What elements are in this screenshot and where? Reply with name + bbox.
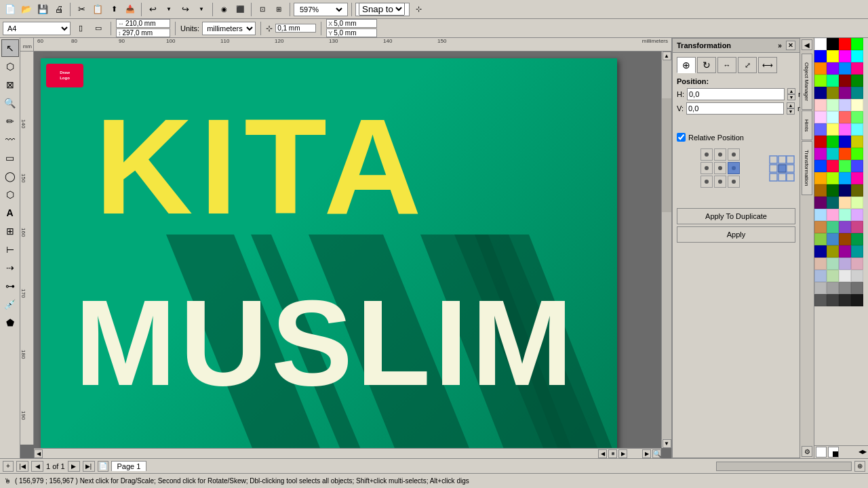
color-swatch-69[interactable] [827,245,839,258]
h-scroll-bar[interactable] [716,462,852,471]
color-swatch-67[interactable] [851,233,863,245]
color-swatch-48[interactable] [814,184,827,197]
pos-cell-bl[interactable] [701,176,713,188]
color-swatch-60[interactable] [814,221,827,233]
color-swatch-64[interactable] [814,233,827,245]
color-swatch-83[interactable] [851,282,863,294]
pos-cell-ml[interactable] [701,162,713,174]
color-swatch-0[interactable] [814,38,827,50]
color-swatch-46[interactable] [839,172,851,184]
text-tool[interactable]: A [1,204,19,222]
color-swatch-40[interactable] [814,160,827,172]
color-swatch-70[interactable] [839,245,851,258]
polygon-tool[interactable]: ⬡ [1,186,19,203]
color-swatch-56[interactable] [814,209,827,221]
color-swatch-7[interactable] [851,50,863,62]
zoom-to-fit[interactable]: ⊡ [255,2,270,17]
color-swatch-3[interactable] [851,38,863,50]
object-manager-tab[interactable]: Object Manager [802,54,812,110]
color-swatch-78[interactable] [839,270,851,282]
color-swatch-36[interactable] [814,148,827,160]
zoom-status-btn[interactable]: ⊕ [854,461,865,472]
color-swatch-30[interactable] [839,123,851,136]
snap-control[interactable]: Snap to [355,3,410,16]
color-swatch-62[interactable] [839,221,851,233]
crop-tool[interactable]: ⊠ [1,76,19,94]
undo-drop[interactable]: ▼ [161,2,176,17]
panel-close-btn[interactable]: ✕ [786,41,795,50]
color-swatch-61[interactable] [827,221,839,233]
shape-tool[interactable]: ⬡ [1,58,19,75]
h-scroll-next[interactable]: ▶ [618,449,627,458]
page-tab[interactable]: Page 1 [111,461,147,471]
connector-tool[interactable]: ⇢ [1,259,19,277]
color-swatch-5[interactable] [827,50,839,62]
blend-tool[interactable]: ⊶ [1,277,19,295]
color-swatch-86[interactable] [839,294,851,306]
zoom-tool[interactable]: 🔍 [1,94,19,112]
color-swatch-85[interactable] [827,294,839,306]
tab-mirror[interactable]: ⟷ [758,57,777,73]
apply-to-duplicate-btn[interactable]: Apply To Duplicate [677,208,795,224]
color-swatch-26[interactable] [839,111,851,123]
transformation-tab[interactable]: Transformation [802,141,812,195]
hints-tab[interactable]: Hints [802,110,812,140]
pos-cell-br[interactable] [728,176,740,188]
save-btn[interactable]: 💾 [35,2,50,17]
color-swatch-63[interactable] [851,221,863,233]
panel-expand-btn[interactable]: » [775,41,785,50]
color-swatch-9[interactable] [827,62,839,75]
full-screen[interactable]: ⊞ [271,2,286,17]
color-swatch-38[interactable] [839,148,851,160]
color-swatch-21[interactable] [827,99,839,111]
color-swatch-20[interactable] [814,99,827,111]
h-scroll-right[interactable]: ▶ [642,449,651,458]
color-swatch-13[interactable] [827,75,839,87]
v-spinner-down[interactable]: ▼ [787,108,795,115]
color-swatch-22[interactable] [839,99,851,111]
color-swatch-55[interactable] [851,197,863,209]
color-swatch-23[interactable] [851,99,863,111]
v-scroll-track[interactable] [662,60,671,439]
color-swatch-19[interactable] [851,87,863,99]
pos-cell-tr[interactable] [728,148,740,161]
color-swatch-24[interactable] [814,111,827,123]
color-swatch-6[interactable] [839,50,851,62]
color-swatch-41[interactable] [827,160,839,172]
pos-cell-tl[interactable] [701,148,713,161]
palette-scroll[interactable] [814,38,868,445]
copy-btn[interactable]: 📋 [90,2,105,17]
h-scroll-prev[interactable]: ◀ [598,449,607,458]
view-btn2[interactable]: ⬛ [233,2,248,17]
snap-icon[interactable]: ⊹ [411,2,426,17]
pos-cell-bc[interactable] [714,176,726,188]
fill-color-box[interactable] [816,447,827,458]
color-swatch-45[interactable] [827,172,839,184]
color-swatch-52[interactable] [814,197,827,209]
snap-select[interactable]: Snap to [359,3,405,16]
tab-scale[interactable]: ↔ [717,57,736,73]
color-swatch-53[interactable] [827,197,839,209]
outline-color-box[interactable] [828,447,839,458]
color-swatch-82[interactable] [839,282,851,294]
select-tool[interactable]: ↖ [1,39,19,57]
color-swatch-2[interactable] [839,38,851,50]
print-btn[interactable]: 🖨 [52,2,66,17]
color-swatch-65[interactable] [827,233,839,245]
eyedropper-tool[interactable]: 💉 [1,296,19,313]
h-spinner-down[interactable]: ▼ [787,94,795,100]
color-swatch-14[interactable] [839,75,851,87]
open-btn[interactable]: 📂 [19,2,34,17]
h-scroll-left[interactable]: ◀ [34,449,43,458]
v-input[interactable] [686,102,784,115]
page-add-btn[interactable]: + [3,461,14,472]
color-swatch-11[interactable] [851,62,863,75]
color-swatch-29[interactable] [827,123,839,136]
pos-cell-mc[interactable] [714,162,726,174]
color-swatch-34[interactable] [839,136,851,148]
h-input[interactable] [687,88,785,100]
color-swatch-15[interactable] [851,75,863,87]
apply-btn[interactable]: Apply [677,226,795,243]
undo-btn[interactable]: ↩ [145,2,160,17]
color-swatch-4[interactable] [814,50,827,62]
